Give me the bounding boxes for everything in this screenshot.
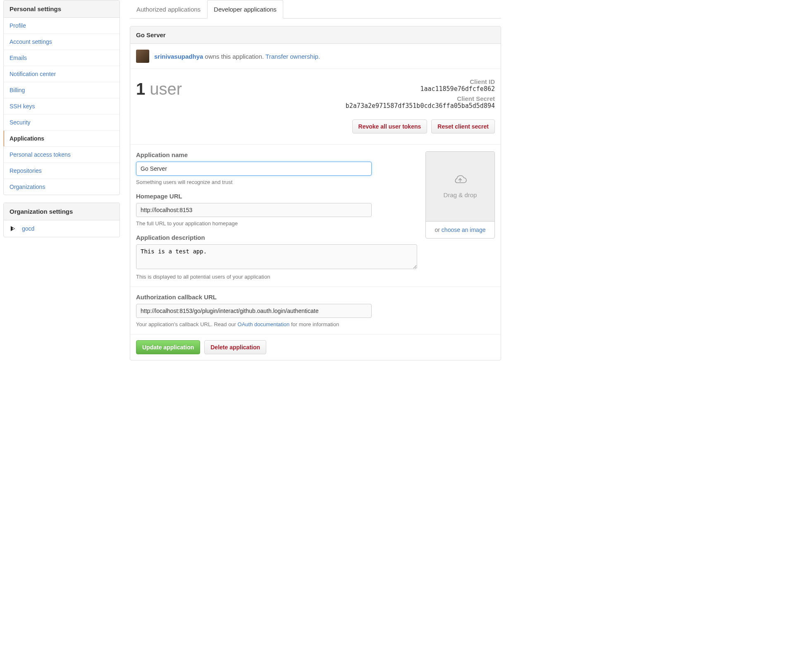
homepage-url-label: Homepage URL (136, 193, 417, 200)
choose-pre: or (435, 227, 442, 233)
callback-hint-pre: Your application's callback URL. Read ou… (136, 321, 238, 327)
sidebar-item-personal-access-tokens[interactable]: Personal access tokens (4, 147, 119, 163)
application-name-hint: Something users will recognize and trust (136, 179, 417, 185)
owner-row: srinivasupadhya owns this application. T… (130, 44, 501, 69)
sidebar-item-organizations[interactable]: Organizations (4, 179, 119, 195)
transfer-ownership-link[interactable]: Transfer ownership. (265, 53, 320, 60)
client-secret-value: b2a73a2e971587df351b0cdc36ffa05ba5d5d894 (346, 102, 495, 110)
client-id-label: Client ID (346, 78, 495, 85)
action-row: Update application Delete application (130, 334, 501, 360)
revoke-tokens-button[interactable]: Revoke all user tokens (352, 119, 427, 134)
gocd-icon (10, 225, 17, 232)
stats-row: 1 user Client ID 1aac11859e76dfcfe862 Cl… (130, 69, 501, 145)
client-id-value: 1aac11859e76dfcfe862 (346, 85, 495, 93)
user-count: 1 user (136, 77, 182, 97)
image-upload-box: Drag & drop or choose an image (425, 151, 495, 239)
cloud-upload-icon (453, 174, 467, 187)
owner-text: srinivasupadhya owns this application. T… (154, 53, 320, 60)
image-drop-area[interactable]: Drag & drop (426, 152, 494, 221)
update-application-button[interactable]: Update application (136, 340, 200, 354)
tabs: Authorized applications Developer applic… (130, 0, 501, 19)
callback-url-input[interactable] (136, 304, 372, 318)
homepage-url-hint: The full URL to your application homepag… (136, 220, 417, 227)
application-description-label: Application description (136, 234, 417, 241)
sidebar-item-account-settings[interactable]: Account settings (4, 34, 119, 50)
sidebar: Personal settings Profile Account settin… (3, 0, 120, 360)
application-description-hint: This is displayed to all potential users… (136, 274, 417, 280)
application-panel: Go Server srinivasupadhya owns this appl… (130, 26, 501, 360)
main-content: Authorized applications Developer applic… (130, 0, 501, 360)
personal-settings-menu: Personal settings Profile Account settin… (3, 0, 120, 195)
sidebar-item-org-label: gocd (22, 225, 34, 232)
personal-settings-heading: Personal settings (4, 0, 119, 18)
callback-url-hint: Your application's callback URL. Read ou… (136, 321, 495, 327)
organization-settings-heading: Organization settings (4, 203, 119, 220)
owner-avatar (136, 50, 149, 63)
application-title: Go Server (130, 26, 501, 44)
sidebar-item-emails[interactable]: Emails (4, 50, 119, 66)
tab-developer-applications[interactable]: Developer applications (207, 0, 283, 19)
oauth-documentation-link[interactable]: OAuth documentation (238, 321, 290, 327)
drag-drop-label: Drag & drop (444, 191, 477, 198)
sidebar-item-security[interactable]: Security (4, 115, 119, 131)
sidebar-item-profile[interactable]: Profile (4, 18, 119, 34)
organization-settings-menu: Organization settings gocd (3, 203, 120, 237)
application-name-input[interactable] (136, 162, 372, 176)
callback-hint-post: for more information (289, 321, 339, 327)
client-secret-label: Client Secret (346, 95, 495, 102)
client-credentials: Client ID 1aac11859e76dfcfe862 Client Se… (346, 77, 495, 134)
sidebar-item-notification-center[interactable]: Notification center (4, 66, 119, 82)
user-count-label: user (145, 80, 182, 98)
callback-section: Authorization callback URL Your applicat… (130, 287, 501, 334)
application-name-label: Application name (136, 151, 417, 158)
choose-image-row: or choose an image (426, 221, 494, 238)
sidebar-item-ssh-keys[interactable]: SSH keys (4, 98, 119, 115)
sidebar-item-billing[interactable]: Billing (4, 82, 119, 98)
user-count-number: 1 (136, 80, 145, 98)
form-section: Application name Something users will re… (130, 145, 501, 287)
delete-application-button[interactable]: Delete application (204, 340, 266, 354)
tab-authorized-applications[interactable]: Authorized applications (130, 0, 207, 19)
owner-owns-text: owns this application. (203, 53, 265, 60)
sidebar-item-repositories[interactable]: Repositories (4, 163, 119, 179)
choose-image-link[interactable]: choose an image (442, 227, 486, 233)
sidebar-item-applications[interactable]: Applications (4, 131, 119, 147)
application-description-input[interactable]: This is a test app. (136, 244, 417, 269)
homepage-url-input[interactable] (136, 203, 372, 217)
reset-secret-button[interactable]: Reset client secret (431, 119, 495, 134)
callback-url-label: Authorization callback URL (136, 294, 495, 301)
owner-username-link[interactable]: srinivasupadhya (154, 53, 203, 60)
sidebar-item-org-gocd[interactable]: gocd (4, 220, 119, 237)
